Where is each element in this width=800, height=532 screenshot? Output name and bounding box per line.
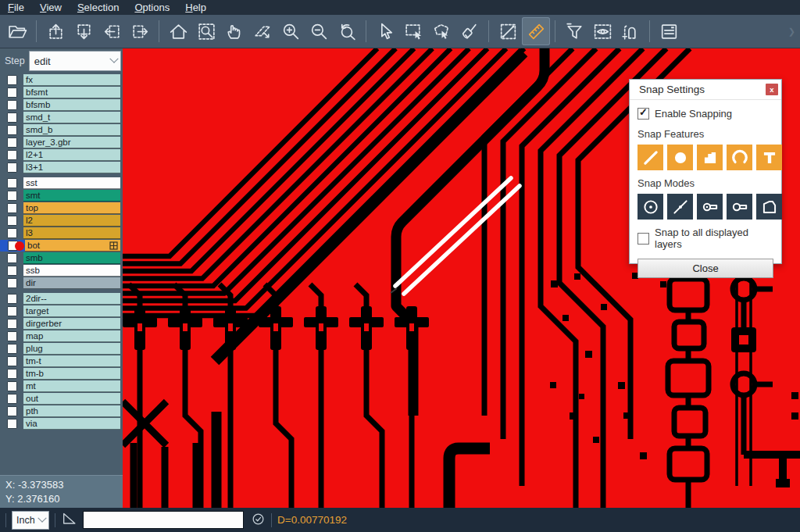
layer-visibility-checkbox[interactable] <box>7 331 17 341</box>
measure-line-button[interactable] <box>494 17 522 45</box>
layer-row-dir[interactable]: dir <box>0 277 123 289</box>
layer-visibility-checkbox[interactable] <box>7 125 17 135</box>
menu-help[interactable]: Help <box>177 1 214 15</box>
layer-row-via[interactable]: via <box>0 418 123 430</box>
snap-feature-line-button[interactable] <box>638 145 663 170</box>
extend-right-button[interactable] <box>126 17 154 45</box>
layer-visibility-checkbox[interactable] <box>7 137 17 148</box>
enable-snapping-checkbox[interactable] <box>638 108 649 120</box>
layer-row-plug[interactable]: plug <box>0 343 123 355</box>
layer-row-pth[interactable]: pth <box>0 405 123 417</box>
angle-mode-icon[interactable] <box>61 510 78 530</box>
layer-visibility-checkbox[interactable] <box>7 112 17 123</box>
layer-name-cell[interactable]: top <box>23 202 120 214</box>
layer-visibility-checkbox[interactable] <box>7 216 17 226</box>
layer-visibility-checkbox[interactable] <box>7 191 17 201</box>
layer-visibility-checkbox[interactable] <box>7 306 17 316</box>
layer-visibility-checkbox[interactable] <box>7 178 17 188</box>
dialog-close-button[interactable]: Close <box>638 259 773 278</box>
measure-ruler-button[interactable] <box>522 17 550 45</box>
layer-visibility-checkbox[interactable] <box>7 150 17 160</box>
snap-mode-vertex-button[interactable] <box>756 194 782 220</box>
layer-row-target[interactable]: target <box>0 305 123 317</box>
layer-name-cell[interactable]: dir <box>23 277 120 289</box>
snap-mode-center-button[interactable] <box>638 194 663 220</box>
layer-name-cell[interactable]: dirgerber <box>23 318 120 330</box>
layer-visibility-checkbox[interactable] <box>7 344 17 354</box>
layer-name-cell[interactable]: plug <box>23 343 120 355</box>
layer-name-cell[interactable]: smt <box>23 190 120 202</box>
layer-name-cell[interactable]: target <box>23 305 120 317</box>
layer-row-tm-b[interactable]: tm-b <box>0 368 123 380</box>
layer-row-mt[interactable]: mt <box>0 380 123 392</box>
layer-name-cell[interactable]: smb <box>23 252 120 264</box>
layer-row-map[interactable]: map <box>0 330 123 342</box>
view-options-button[interactable] <box>588 17 616 45</box>
rectangle-select-button[interactable] <box>399 17 427 45</box>
layer-visibility-checkbox[interactable] <box>7 381 17 391</box>
layer-name-cell[interactable]: map <box>23 330 120 342</box>
pan-button[interactable] <box>220 17 248 45</box>
layer-visibility-checkbox[interactable] <box>7 162 17 173</box>
layer-name-cell[interactable]: ssb <box>23 265 120 277</box>
layer-visibility-checkbox[interactable] <box>7 266 17 276</box>
zoom-fit-button[interactable] <box>192 17 220 45</box>
zoom-area-button[interactable] <box>248 17 277 45</box>
select-button[interactable] <box>371 17 399 45</box>
layer-name-cell[interactable]: smd_t <box>23 112 120 123</box>
extend-down-button[interactable] <box>70 17 98 45</box>
report-button[interactable] <box>655 17 683 45</box>
layer-row-bfsmb[interactable]: bfsmb <box>0 99 123 111</box>
snap-mode-midpoint-button[interactable] <box>667 194 693 220</box>
layer-row-smb[interactable]: smb <box>0 252 123 264</box>
menu-view[interactable]: View <box>32 1 70 15</box>
layer-name-cell[interactable]: sst <box>23 177 120 189</box>
layer-name-cell[interactable]: pth <box>23 405 120 417</box>
toolbar-overflow-chevron[interactable]: ❯ <box>788 27 795 37</box>
layer-name-cell[interactable]: bfsmt <box>23 87 120 98</box>
layer-row-layer_3.gbr[interactable]: layer_3.gbr <box>0 137 123 148</box>
layer-name-cell[interactable]: bfsmb <box>23 99 120 111</box>
layer-name-cell[interactable]: l2+1 <box>23 149 120 161</box>
layer-row-top[interactable]: top <box>0 202 123 214</box>
layer-row-2dir--[interactable]: 2dir-- <box>0 293 123 305</box>
menu-options[interactable]: Options <box>127 1 177 15</box>
layer-row-bot[interactable]: bot <box>0 240 123 252</box>
layer-name-cell[interactable]: layer_3.gbr <box>23 137 120 148</box>
menu-file[interactable]: File <box>0 1 32 15</box>
layer-visibility-checkbox[interactable] <box>7 356 17 366</box>
layer-name-cell[interactable]: l2 <box>23 215 120 227</box>
zoom-in-button[interactable] <box>277 17 305 45</box>
dialog-close-x-button[interactable]: x <box>766 84 778 95</box>
layer-visibility-checkbox[interactable] <box>7 253 17 263</box>
layer-row-fx[interactable]: fx <box>0 74 123 86</box>
layer-visibility-checkbox[interactable] <box>7 319 17 329</box>
open-file-button[interactable] <box>3 17 31 45</box>
layer-visibility-checkbox[interactable] <box>7 394 17 404</box>
layer-row-l3+1[interactable]: l3+1 <box>0 162 123 173</box>
clean-brush-button[interactable] <box>455 17 484 45</box>
layer-visibility-checkbox[interactable] <box>7 294 17 304</box>
snap-feature-arc-button[interactable] <box>727 145 752 170</box>
layer-grid-icon[interactable] <box>109 241 118 250</box>
layer-name-cell[interactable]: out <box>23 393 120 405</box>
layer-row-sst[interactable]: sst <box>0 177 123 189</box>
snap-feature-surface-button[interactable] <box>697 145 723 170</box>
layer-visibility-checkbox[interactable] <box>7 203 17 213</box>
layer-name-cell[interactable]: via <box>23 418 120 430</box>
layer-name-cell[interactable]: tm-b <box>23 368 120 380</box>
dialog-title-bar[interactable]: Snap Settings x <box>630 80 781 100</box>
snap-all-layers-row[interactable]: Snap to all displayed layers <box>638 227 773 250</box>
layer-row-bfsmt[interactable]: bfsmt <box>0 87 123 98</box>
zoom-out-button[interactable] <box>305 17 333 45</box>
snap-feature-pad-button[interactable] <box>667 145 693 170</box>
layer-visibility-checkbox[interactable] <box>7 419 17 429</box>
layer-name-cell[interactable]: mt <box>23 380 120 392</box>
layer-name-cell[interactable]: fx <box>23 74 120 86</box>
enable-snapping-row[interactable]: Enable Snapping <box>638 108 773 120</box>
layer-name-cell[interactable]: l3 <box>23 227 120 239</box>
layer-visibility-checkbox[interactable] <box>7 406 17 416</box>
layer-row-smd_t[interactable]: smd_t <box>0 112 123 123</box>
home-view-button[interactable] <box>164 17 192 45</box>
layer-row-dirgerber[interactable]: dirgerber <box>0 318 123 330</box>
